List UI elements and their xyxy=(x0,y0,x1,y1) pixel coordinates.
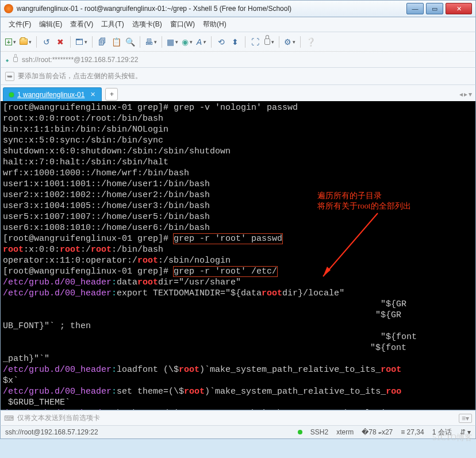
terminal-line: shutdown:x:6:0:shutdown:/sbin:/sbin/shut… xyxy=(3,146,473,157)
tab-label: 1 wangruifenglinux-01 xyxy=(17,91,85,99)
send-menu-icon[interactable]: ≡▾ xyxy=(459,414,472,423)
terminal-line: $x` xyxy=(3,375,473,386)
menu-edit[interactable]: 编辑(E) xyxy=(36,18,66,31)
send-icon[interactable]: ⌨ xyxy=(4,414,14,422)
copy-button[interactable]: 🗐 xyxy=(96,36,109,48)
search-button[interactable]: 🔍 xyxy=(124,36,136,48)
status-led-icon xyxy=(298,430,302,434)
font-button[interactable]: A xyxy=(195,36,208,48)
terminal-line: /etc/grub.d/00_header:loadfont (\$root)`… xyxy=(3,364,473,375)
send-text[interactable]: 仅将文本发送到当前选项卡 xyxy=(17,413,455,423)
new-session-button[interactable]: + xyxy=(4,36,17,48)
terminal-line: [root@wangruifenglinux-01 grep]# grep -v… xyxy=(3,102,473,113)
status-led-icon xyxy=(9,93,14,97)
status-size: �ބ 78x27 xyxy=(362,428,393,436)
menu-bar: 文件(F) 编辑(E) 查看(V) 工具(T) 选项卡(B) 窗口(W) 帮助(… xyxy=(0,17,476,32)
terminal-line: /etc/grub.d/00_header:background_image -… xyxy=(3,408,473,410)
hint-text: 要添加当前会话，点击左侧的箭头按钮。 xyxy=(18,71,142,81)
terminal-line: [root@wangruifenglinux-01 grep]# grep -r… xyxy=(3,233,473,244)
address-text[interactable]: ssh://root:********@192.168.57.129:22 xyxy=(22,56,471,64)
terminal[interactable]: 遍历所有的子目录 将所有关于root的全部列出 [root@wangruifen… xyxy=(0,101,476,410)
color-button[interactable]: ◉ xyxy=(181,36,194,48)
script-button[interactable]: ⟲ xyxy=(215,36,228,48)
fullscreen-button[interactable]: ⛶ xyxy=(249,36,262,48)
minimize-button[interactable]: — xyxy=(406,3,424,14)
tools-button[interactable]: ⚙ xyxy=(283,36,297,48)
menu-file[interactable]: 文件(F) xyxy=(5,18,34,31)
send-bar: ⌨ 仅将文本发送到当前选项卡 ≡▾ xyxy=(0,410,476,425)
lock-button[interactable] xyxy=(263,36,275,48)
terminal-line: halt:x:7:0:halt:/sbin:/sbin/halt xyxy=(3,157,473,168)
app-icon xyxy=(4,4,13,13)
menu-window[interactable]: 窗口(W) xyxy=(167,18,198,31)
tab-list-icon[interactable]: ▾ xyxy=(469,90,472,98)
tab-next-icon[interactable]: ▸ xyxy=(464,90,467,98)
print-button[interactable]: 🖶 xyxy=(144,36,158,48)
open-button[interactable] xyxy=(18,36,33,48)
tab-prev-icon[interactable]: ◂ xyxy=(459,90,463,98)
terminal-line: $GRUB_THEME` xyxy=(3,397,473,408)
tab-close-icon[interactable]: ✕ xyxy=(90,91,95,98)
terminal-line: /etc/grub.d/00_header:export TEXTDOMAIND… xyxy=(3,288,473,299)
terminal-line: "${font xyxy=(3,342,473,353)
status-proto: SSH2 xyxy=(310,428,328,436)
menu-help[interactable]: 帮助(H) xyxy=(199,18,230,31)
status-bar: ssh://root@192.168.57.129:22 SSH2 xterm … xyxy=(0,425,476,439)
terminal-line: [root@wangruifenglinux-01 grep]# grep -r… xyxy=(3,266,473,277)
menu-tools[interactable]: 工具(T) xyxy=(98,18,127,31)
terminal-line: _path}"`" xyxy=(3,353,473,364)
address-bar: ⬥ ssh://root:********@192.168.57.129:22 xyxy=(0,52,476,68)
tab-session[interactable]: 1 wangruifenglinux-01 ✕ xyxy=(3,87,102,101)
terminal-line: operator:x:11:0:operator:/root:/sbin/nol… xyxy=(3,255,473,266)
terminal-line: user6:x:1008:1010::/home/user6:/bin/bash xyxy=(3,222,473,233)
help-button[interactable]: ❔ xyxy=(304,36,317,48)
toolbar: + ↺ ✖ 🗔 🗐 📋 🔍 🖶 ▦ ◉ A ⟲ ⬍ ⛶ ⚙ ❔ xyxy=(0,32,476,52)
maximize-button[interactable]: ▭ xyxy=(426,3,443,14)
status-term: xterm xyxy=(336,428,354,436)
layout-button[interactable]: ▦ xyxy=(166,36,179,48)
terminal-line: sync:x:5:0:sync:/sbin:/bin/sync xyxy=(3,135,473,146)
paste-button[interactable]: 📋 xyxy=(110,36,122,48)
terminal-line: /etc/grub.d/00_header:datarootdir="/usr/… xyxy=(3,277,473,288)
transfer-button[interactable]: ⬍ xyxy=(229,36,241,48)
terminal-line: /etc/grub.d/00_header:set theme=(\$root)… xyxy=(3,386,473,397)
lock-icon xyxy=(13,57,18,62)
tab-bar: 1 wangruifenglinux-01 ✕ + ◂ ▸ ▾ xyxy=(0,85,476,101)
hint-arrow-icon[interactable]: ➥ xyxy=(5,72,14,81)
title-bar: wangruifenglinux-01 - root@wangruifengli… xyxy=(0,0,476,17)
menu-tab[interactable]: 选项卡(B) xyxy=(129,18,166,31)
terminal-line: user1:x:1001:1001::/home/user1:/bin/bash xyxy=(3,179,473,190)
terminal-line: root:x:0:0:root:/root:/bin/bash xyxy=(3,113,473,124)
terminal-line: wrf:x:1000:1000::/home/wrf:/bin/bash xyxy=(3,168,473,179)
disconnect-button[interactable]: ✖ xyxy=(54,36,67,48)
watermark: 51CTO博客 xyxy=(432,433,473,443)
terminal-line: xxxxxxxxxxxxxxxxxxxxxxxxxxxxxxxxxxxxxxxx… xyxy=(3,299,473,310)
annotation: 遍历所有的子目录 将所有关于root的全部列出 xyxy=(317,191,411,211)
terminal-line: user5:x:1007:1007::/home/user5:/bin/bash xyxy=(3,211,473,222)
lock-icon xyxy=(264,39,270,45)
properties-button[interactable]: 🗔 xyxy=(74,36,89,48)
terminal-line: "${GR xyxy=(3,310,473,321)
terminal-line: bin:x:1:1:bin:/bin:/sbin/NOLogin xyxy=(3,124,473,135)
status-pos: ≡ 27,34 xyxy=(401,428,424,436)
window-title: wangruifenglinux-01 - root@wangruifengli… xyxy=(17,5,406,13)
reconnect-button[interactable]: ↺ xyxy=(40,36,53,48)
terminal-line: xxxxxxxxxxxxxxxxxxxxxxxxxxxxxxxxxxxxxxxx… xyxy=(3,332,473,342)
terminal-line: root:x:0:0:root:/root:/bin/bash xyxy=(3,244,473,255)
add-bookmark-icon[interactable]: ⬥ xyxy=(5,56,9,64)
status-conn: ssh://root@192.168.57.129:22 xyxy=(5,428,290,436)
folder-icon xyxy=(20,39,28,45)
hint-bar: ➥ 要添加当前会话，点击左侧的箭头按钮。 xyxy=(0,68,476,85)
terminal-line: UB_FONT}"` ; then xyxy=(3,321,473,332)
add-tab-button[interactable]: + xyxy=(105,88,118,101)
close-button[interactable]: ✕ xyxy=(446,3,472,14)
menu-view[interactable]: 查看(V) xyxy=(67,18,97,31)
